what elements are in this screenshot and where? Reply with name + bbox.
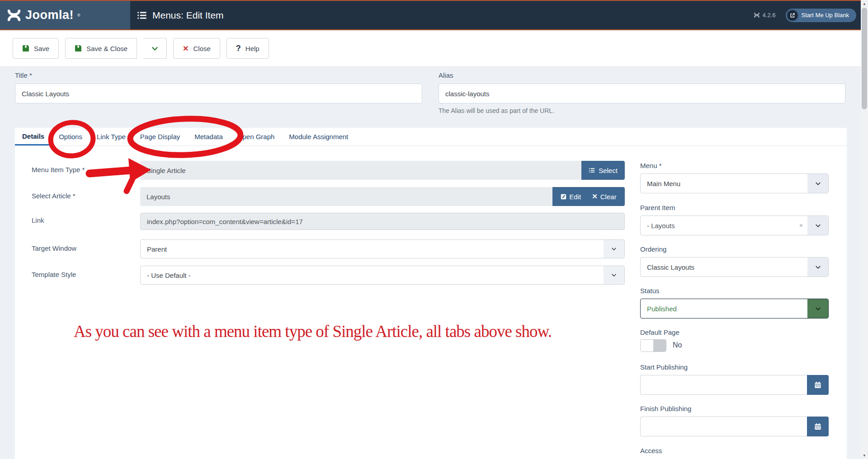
help-button[interactable]: ? Help <box>226 38 269 59</box>
header-right-area: 4.2.6 Start Me Up Blank <box>754 1 856 29</box>
help-icon: ? <box>236 44 241 53</box>
start-me-up-blank-button[interactable]: Start Me Up Blank <box>786 9 857 22</box>
list-icon <box>137 10 147 20</box>
finish-publishing-label: Finish Publishing <box>640 405 691 412</box>
alias-field-group: Alias The Alias will be used as part of … <box>439 71 845 114</box>
ordering-value: Classic Layouts <box>641 263 807 271</box>
parent-item-select[interactable]: - Layouts × <box>640 215 829 235</box>
access-label: Access <box>640 447 662 454</box>
joomla-version-icon <box>754 12 760 19</box>
joomla-version: 4.2.6 <box>754 12 776 19</box>
title-input[interactable] <box>15 84 422 103</box>
chevron-down-icon <box>807 299 828 318</box>
joomla-logo-icon <box>6 7 22 24</box>
link-field: index.php?option=com_content&view=articl… <box>140 213 625 230</box>
template-style-label: Template Style <box>32 271 76 278</box>
chevron-down-icon <box>807 258 828 276</box>
select-menu-item-type-button[interactable]: Select <box>581 161 625 180</box>
start-publishing-group <box>640 375 829 395</box>
save-close-label: Save & Close <box>86 45 127 52</box>
chevron-down-icon <box>807 174 828 193</box>
save-close-button-group: Save & Close <box>65 38 167 59</box>
start-me-up-blank-label: Start Me Up Blank <box>802 12 849 19</box>
status-label: Status <box>640 287 660 295</box>
joomla-admin-page: Joomla!® Menus: Edit Item <box>0 0 868 459</box>
save-options-dropdown-toggle[interactable] <box>143 38 167 59</box>
clear-x-icon: ✕ <box>592 192 598 201</box>
title-field-group: Title * <box>15 71 422 103</box>
target-window-label: Target Window <box>32 244 76 252</box>
article-edit-clear-group: Edit ✕ Clear <box>552 187 625 206</box>
edit-article-button[interactable]: Edit <box>555 193 586 201</box>
start-publishing-calendar-button[interactable] <box>807 375 829 395</box>
chevron-down-icon <box>604 266 624 284</box>
scrollbar-thumb[interactable] <box>862 8 867 109</box>
toggle-on-half <box>641 340 653 351</box>
page-title-text: Menus: Edit Item <box>152 10 224 21</box>
menu-select[interactable]: Main Menu <box>640 173 829 193</box>
page-title: Menus: Edit Item <box>137 1 224 29</box>
header-brand-area: Joomla!® <box>0 1 130 29</box>
alias-label: Alias <box>439 71 845 79</box>
default-page-toggle[interactable] <box>640 339 666 352</box>
external-link-icon <box>787 10 798 21</box>
save-button[interactable]: Save <box>13 38 59 59</box>
tab-details[interactable]: Details <box>15 128 52 145</box>
edit-item-card: Details Options Link Type Page Display M… <box>15 128 847 459</box>
clear-article-button[interactable]: ✕ Clear <box>586 192 622 201</box>
finish-publishing-input[interactable] <box>640 417 807 436</box>
tab-bar: Details Options Link Type Page Display M… <box>15 128 847 146</box>
target-window-value: Parent <box>141 245 604 253</box>
link-label: Link <box>32 216 44 224</box>
select-article-field: Layouts <box>140 187 552 206</box>
start-publishing-input[interactable] <box>640 375 807 395</box>
default-page-value: No <box>673 341 682 349</box>
ordering-label: Ordering <box>640 245 666 253</box>
close-label: Close <box>193 45 211 52</box>
status-value: Published <box>641 305 807 313</box>
tab-open-graph[interactable]: Open Graph <box>230 128 282 145</box>
tab-link-type[interactable]: Link Type <box>90 128 133 145</box>
finish-publishing-calendar-button[interactable] <box>807 417 829 436</box>
parent-item-label: Parent Item <box>640 204 675 211</box>
vertical-scrollbar[interactable]: ▲ ▼ <box>861 0 868 459</box>
version-text: 4.2.6 <box>763 12 776 19</box>
title-label: Title * <box>15 71 422 79</box>
scroll-up-arrow[interactable]: ▲ <box>861 0 868 7</box>
calendar-icon <box>814 423 821 430</box>
select-article-label: Select Article * <box>32 192 75 200</box>
top-header-bar: Joomla!® Menus: Edit Item <box>0 0 861 30</box>
finish-publishing-group <box>640 417 829 436</box>
save-close-button[interactable]: Save & Close <box>65 38 137 59</box>
save-icon <box>22 45 29 52</box>
chevron-down-icon <box>151 45 158 52</box>
chevron-down-icon <box>604 240 624 258</box>
template-style-select[interactable]: - Use Default - <box>140 266 625 285</box>
remove-selection-icon[interactable]: × <box>799 222 803 229</box>
template-style-value: - Use Default - <box>141 272 604 279</box>
tab-metadata[interactable]: Metadata <box>187 128 230 145</box>
menu-item-type-label: Menu Item Type * <box>32 166 85 173</box>
tab-options[interactable]: Options <box>52 128 90 145</box>
ordering-select[interactable]: Classic Layouts <box>640 257 829 277</box>
help-label: Help <box>245 45 259 52</box>
brand-registered-mark: ® <box>77 13 80 18</box>
tab-page-display[interactable]: Page Display <box>133 128 187 145</box>
status-select[interactable]: Published <box>640 299 829 318</box>
toggle-knob <box>653 340 666 351</box>
close-button[interactable]: ✕ Close <box>173 38 220 59</box>
joomla-brand[interactable]: Joomla!® <box>6 7 80 24</box>
chevron-down-icon <box>807 216 828 235</box>
menu-value: Main Menu <box>641 180 807 187</box>
alias-input[interactable] <box>439 84 845 103</box>
parent-item-value: - Layouts <box>641 222 799 230</box>
default-page-label: Default Page <box>640 328 679 336</box>
select-list-icon <box>589 167 595 173</box>
target-window-select[interactable]: Parent <box>140 239 625 258</box>
save-label: Save <box>34 45 49 52</box>
toolbar: Save Save & Close ✕ Close ? Help <box>0 30 861 67</box>
scroll-down-arrow[interactable]: ▼ <box>861 452 868 459</box>
clear-label: Clear <box>600 193 617 201</box>
edit-label: Edit <box>569 193 581 201</box>
tab-module-assignment[interactable]: Module Assignment <box>282 128 355 145</box>
